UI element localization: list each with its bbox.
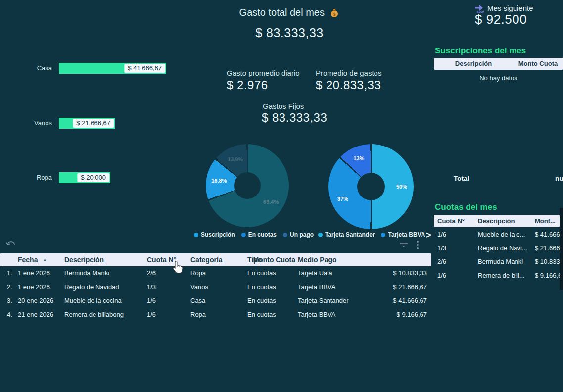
next-month-label: Mes siguiente	[487, 4, 533, 12]
legend-dot	[318, 233, 323, 237]
cell-categoria: Varios	[190, 280, 208, 294]
next-month-value: $ 92.500	[475, 12, 527, 27]
cell-fecha: 1 ene 2026	[18, 266, 50, 280]
cell-cuota: 1/3	[147, 280, 156, 294]
donut-percentage-label: 69.4%	[263, 199, 279, 205]
cell-row-number: 4.	[7, 308, 12, 322]
undo-icon[interactable]	[6, 241, 16, 251]
mouse-cursor-hand	[171, 260, 184, 277]
cell-descripcion: Bermuda Manki	[64, 266, 109, 280]
cell-cuota: 1/3	[437, 242, 446, 255]
installment-row[interactable]: 1/6Mueble de la c...$ 41.666,67	[434, 228, 560, 242]
legend-item[interactable]: Tarjeta Santander	[318, 231, 375, 238]
table-row[interactable]: 2.1 ene 2026Regalo de Navidad1/3VariosEn…	[0, 280, 563, 294]
cell-monto: $ 21.666,67	[393, 280, 427, 294]
cell-monto: $ 10.833,33	[393, 266, 427, 280]
column-header-monto-cuota[interactable]: Monto Cuota	[513, 58, 563, 70]
legend-dot	[381, 233, 385, 237]
cell-descripcion: Regalo de Navidad	[64, 280, 119, 294]
column-header-descripcion[interactable]: Descripción	[64, 253, 104, 266]
cell-cuota: 2/6	[147, 266, 156, 280]
money-bag-icon: $	[329, 8, 339, 18]
subscriptions-total-label: Total	[454, 175, 469, 182]
legend-dot	[194, 233, 198, 237]
legend-item[interactable]: Tarjeta BBVA	[381, 231, 425, 238]
cell-categoria: Ropa	[190, 308, 206, 322]
next-month-scorecard: SOON Mes siguiente	[474, 3, 533, 13]
total-month-label: Gasto total del mes	[239, 7, 325, 18]
cell-monto: $ 9.166,67	[397, 308, 427, 322]
column-header-fecha[interactable]: Fecha	[18, 253, 38, 266]
donut-hole	[357, 173, 385, 200]
cell-cuota: 1/6	[147, 308, 156, 322]
donut-percentage-label: 50%	[396, 184, 407, 190]
cell-medio: Tarjeta BBVA	[298, 280, 335, 294]
donut-chart-tipo-gasto[interactable]: 69.4%16.8%13.9%	[206, 144, 289, 227]
table-row[interactable]: 3.20 ene 2026Mueble de la cocina1/6CasaE…	[0, 294, 563, 308]
expense-average-value: $ 20.833,33	[316, 78, 381, 92]
donut-percentage-label: 13.9%	[228, 156, 243, 162]
donut-hole	[234, 172, 261, 199]
column-header-medio[interactable]: Medio Pago	[298, 253, 337, 266]
donut-percentage-label: 37%	[337, 196, 348, 202]
bar-category-label: Ropa	[20, 174, 52, 182]
installment-row[interactable]: 1/3Regalo de Navi...$ 21.666,67	[434, 242, 560, 255]
cell-fecha: 1 ene 2026	[18, 280, 50, 294]
cell-tipo: En cuotas	[247, 308, 276, 322]
legend-item[interactable]: Un pago	[283, 231, 314, 238]
cell-row-number: 2.	[7, 280, 12, 294]
column-header-descripcion[interactable]: Descripción	[434, 58, 513, 70]
cell-fecha: 20 ene 2026	[18, 294, 53, 308]
fixed-expenses-value: $ 83.333,33	[262, 111, 327, 125]
donut-percentage-label: 16.8%	[211, 178, 227, 184]
cell-medio: Tarjeta Ualá	[298, 266, 332, 280]
installments-header-row: Cuota N° Descripción Mont...	[434, 215, 560, 227]
legend-more-chevron-icon[interactable]: >	[426, 230, 431, 241]
cell-row-number: 3.	[7, 294, 12, 308]
transactions-header-row: Fecha▲DescripciónCuota N°CategoríaTipoMe…	[0, 253, 431, 266]
donut-percentage-label: 13%	[353, 155, 364, 161]
bar-category-label: Casa	[20, 64, 52, 72]
svg-text:$: $	[333, 12, 336, 17]
column-header-descripcion[interactable]: Descripción	[478, 215, 515, 227]
column-header-monto[interactable]: Mont...	[535, 215, 556, 227]
cell-row-number: 1.	[7, 266, 12, 280]
cell-tipo: En cuotas	[247, 266, 276, 280]
bar-value-label: $ 21.666,67	[73, 119, 114, 128]
table-row[interactable]: 4.21 ene 2026Remera de billabong1/6RopaE…	[0, 308, 563, 322]
cell-categoria: Ropa	[190, 266, 206, 280]
cell-monto: $ 41.666,67	[535, 228, 560, 241]
table-row[interactable]: 1.1 ene 2026Bermuda Manki2/6RopaEn cuota…	[0, 266, 563, 280]
cell-cuota: 1/6	[437, 228, 446, 241]
legend-item[interactable]: En cuotas	[241, 231, 277, 238]
column-header-monto[interactable]: Monto Cuota	[253, 253, 295, 266]
cell-medio: Tarjeta Santander	[298, 294, 349, 308]
sort-ascending-icon: ▲	[43, 253, 47, 266]
category-bar-chart: Casa$ 41.666,67Varios$ 21.666,67Ropa$ 20…	[0, 0, 198, 198]
legend-label: Un pago	[290, 231, 314, 238]
expense-dashboard: Gasto total del mes $ $ 83.333,33 SOON M…	[0, 0, 563, 392]
cell-tipo: En cuotas	[247, 294, 276, 308]
subscriptions-empty-message: No hay datos	[434, 74, 563, 82]
legend-label: Suscripción	[201, 231, 235, 238]
legend-medio-pago: Tarjeta SantanderTarjeta BBVA	[318, 231, 431, 238]
bar-category-label: Varios	[20, 119, 52, 127]
legend-label: Tarjeta Santander	[325, 231, 375, 238]
cell-tipo: En cuotas	[247, 280, 276, 294]
bar-value-label: $ 41.666,67	[124, 64, 165, 73]
cell-descripcion: Mueble de la c...	[478, 228, 533, 241]
column-header-cuota-n[interactable]: Cuota N°	[437, 215, 465, 227]
cell-monto: $ 41.666,67	[393, 294, 427, 308]
legend-dot	[283, 233, 287, 237]
filter-icon[interactable]	[399, 242, 409, 250]
donut-chart-medio-pago[interactable]: 50%37%13%	[328, 144, 414, 229]
cell-monto: $ 21.666,67	[535, 242, 560, 255]
column-header-categoria[interactable]: Categoría	[190, 253, 223, 266]
cell-medio: Tarjeta BBVA	[298, 308, 335, 322]
total-month-value: $ 83.333,33	[200, 26, 378, 40]
cell-categoria: Casa	[190, 294, 205, 308]
cell-descripcion: Remera de billabong	[64, 308, 124, 322]
legend-item[interactable]: Suscripción	[194, 231, 235, 238]
kebab-menu-icon[interactable]	[416, 240, 419, 252]
legend-label: En cuotas	[248, 231, 277, 238]
